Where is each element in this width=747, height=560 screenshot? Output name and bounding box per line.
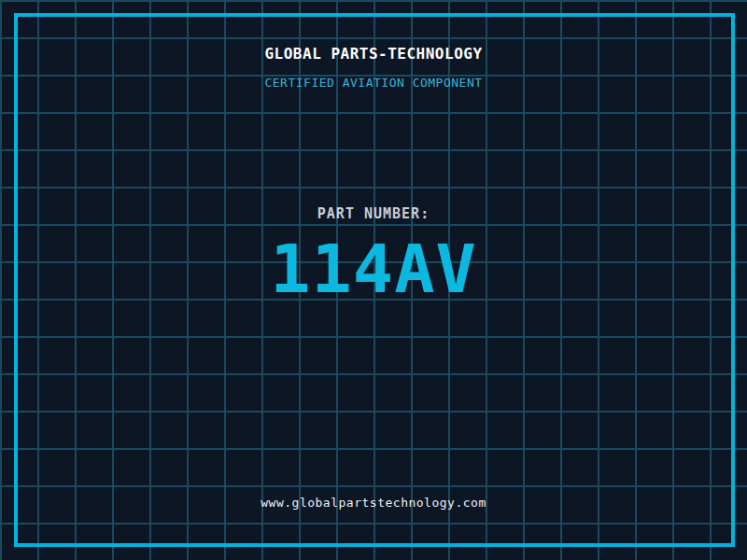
part-number-label: PART NUMBER: [0,207,747,221]
part-number-value: 114AV [0,235,747,302]
website-url: www.globalpartstechnology.com [0,497,747,509]
certification-tagline: CERTIFIED AVIATION COMPONENT [0,77,747,89]
blueprint-part-card: { "header": { "company_name": "GLOBAL PA… [0,0,747,560]
company-name: GLOBAL PARTS-TECHNOLOGY [0,47,747,62]
